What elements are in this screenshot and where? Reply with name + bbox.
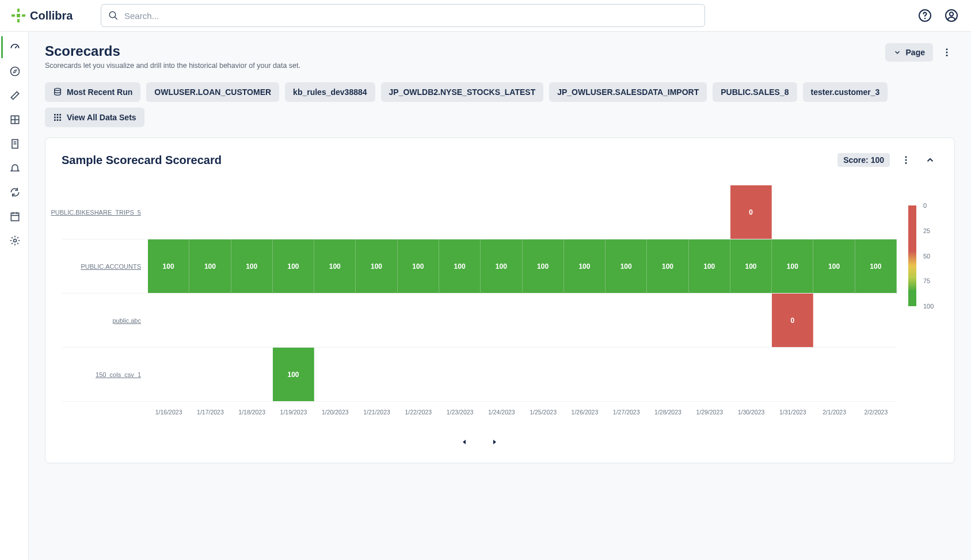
heatmap-cell[interactable]: 100 [855, 239, 897, 294]
heatmap-cell[interactable] [439, 348, 481, 402]
heatmap-cell[interactable]: 100 [148, 239, 189, 294]
heatmap-cell[interactable]: 100 [564, 239, 606, 294]
heatmap-cell[interactable] [689, 348, 730, 402]
heatmap-cell[interactable] [273, 185, 314, 239]
heatmap-cell[interactable] [189, 294, 231, 348]
heatmap-cell[interactable] [231, 294, 273, 348]
heatmap-cell[interactable] [481, 348, 522, 402]
chip-dataset[interactable]: JP_OWLUSER.SALESDATA_IMPORT [549, 82, 707, 102]
heatmap-cell[interactable] [523, 348, 564, 402]
chip-dataset[interactable]: PUBLIC.SALES_8 [713, 82, 797, 102]
sidebar-item-grid[interactable] [1, 109, 28, 131]
sidebar-item-schedule[interactable] [1, 205, 28, 227]
heatmap-cell[interactable]: 100 [231, 239, 273, 294]
heatmap-cell[interactable] [148, 185, 189, 239]
heatmap-cell[interactable] [481, 185, 522, 239]
heatmap-cell[interactable] [772, 185, 813, 239]
search-input[interactable] [124, 11, 698, 21]
heatmap-cell[interactable] [231, 348, 273, 402]
heatmap-cell[interactable]: 100 [689, 239, 730, 294]
heatmap-cell[interactable] [689, 294, 730, 348]
heatmap-cell[interactable]: 100 [273, 348, 314, 402]
heatmap-cell[interactable]: 100 [730, 239, 772, 294]
chip-dataset[interactable]: kb_rules_dev38884 [285, 82, 375, 102]
sidebar-item-rules[interactable] [1, 85, 28, 106]
heatmap-row-label[interactable]: PUBLIC.ACCOUNTS [62, 239, 148, 294]
heatmap-cell[interactable] [356, 348, 397, 402]
sidebar-item-alerts[interactable] [1, 157, 28, 179]
heatmap-cell[interactable] [647, 348, 688, 402]
heatmap-row-label[interactable]: public.abc [62, 294, 148, 348]
card-more-button[interactable] [898, 152, 914, 168]
heatmap-cell[interactable]: 100 [439, 239, 481, 294]
chip-most-recent-run[interactable]: Most Recent Run [45, 82, 140, 102]
account-button[interactable] [943, 7, 959, 24]
pager-prev[interactable] [461, 439, 468, 445]
sidebar-item-dashboard[interactable] [1, 36, 28, 58]
heatmap-cell[interactable] [273, 294, 314, 348]
heatmap-cell[interactable] [398, 348, 439, 402]
heatmap-cell[interactable] [647, 185, 688, 239]
chip-dataset[interactable]: OWLUSER.LOAN_CUSTOMER [146, 82, 279, 102]
heatmap-cell[interactable] [606, 348, 647, 402]
sidebar-item-report[interactable] [1, 133, 28, 155]
heatmap-cell[interactable] [813, 185, 855, 239]
heatmap-cell[interactable]: 100 [813, 239, 855, 294]
heatmap-cell[interactable]: 100 [647, 239, 688, 294]
heatmap-cell[interactable]: 100 [273, 239, 314, 294]
heatmap-cell[interactable] [730, 294, 772, 348]
heatmap-cell[interactable]: 0 [730, 185, 772, 239]
heatmap-cell[interactable] [356, 294, 397, 348]
heatmap-cell[interactable] [855, 185, 897, 239]
card-collapse-button[interactable] [922, 152, 938, 168]
heatmap-cell[interactable]: 100 [398, 239, 439, 294]
heatmap-cell[interactable] [647, 294, 688, 348]
heatmap-cell[interactable] [314, 294, 356, 348]
heatmap-cell[interactable] [481, 294, 522, 348]
heatmap-cell[interactable]: 100 [189, 239, 231, 294]
heatmap-cell[interactable]: 100 [314, 239, 356, 294]
heatmap-cell[interactable] [439, 185, 481, 239]
heatmap-row-label[interactable]: PUBLIC.BIKESHARE_TRIPS_5 [62, 185, 148, 239]
heatmap-cell[interactable] [398, 185, 439, 239]
heatmap-cell[interactable] [314, 348, 356, 402]
heatmap-cell[interactable] [772, 348, 813, 402]
heatmap-cell[interactable] [855, 294, 897, 348]
sidebar-item-sync[interactable] [1, 181, 28, 203]
heatmap-cell[interactable] [813, 294, 855, 348]
heatmap-cell[interactable] [564, 294, 606, 348]
heatmap-cell[interactable] [148, 348, 189, 402]
heatmap-cell[interactable] [356, 185, 397, 239]
heatmap-row-label[interactable]: 150_cols_csv_1 [62, 348, 148, 402]
heatmap-cell[interactable] [730, 348, 772, 402]
global-search[interactable] [101, 4, 705, 27]
chip-view-all-datasets[interactable]: View All Data Sets [45, 108, 144, 127]
heatmap-cell[interactable] [189, 348, 231, 402]
heatmap-cell[interactable] [231, 185, 273, 239]
sidebar-item-settings[interactable] [1, 230, 28, 252]
page-more-button[interactable] [939, 44, 955, 60]
heatmap-cell[interactable] [813, 348, 855, 402]
heatmap-cell[interactable] [439, 294, 481, 348]
chip-dataset[interactable]: tester.customer_3 [803, 82, 888, 102]
page-dropdown-button[interactable]: Page [885, 43, 933, 62]
heatmap-cell[interactable]: 100 [481, 239, 522, 294]
chip-dataset[interactable]: JP_OWLDB2.NYSE_STOCKS_LATEST [381, 82, 544, 102]
brand-logo[interactable]: Collibra [12, 9, 101, 22]
heatmap-cell[interactable]: 100 [356, 239, 397, 294]
heatmap-cell[interactable] [148, 294, 189, 348]
heatmap-cell[interactable]: 100 [523, 239, 564, 294]
heatmap-cell[interactable] [564, 348, 606, 402]
sidebar-item-explore[interactable] [1, 60, 28, 82]
heatmap-cell[interactable]: 100 [772, 239, 813, 294]
heatmap-cell[interactable] [689, 185, 730, 239]
heatmap-cell[interactable] [314, 185, 356, 239]
heatmap-cell[interactable] [855, 348, 897, 402]
heatmap-cell[interactable] [398, 294, 439, 348]
heatmap-cell[interactable]: 100 [606, 239, 647, 294]
heatmap-cell[interactable] [189, 185, 231, 239]
pager-next[interactable] [491, 439, 498, 445]
heatmap-cell[interactable] [606, 185, 647, 239]
help-button[interactable] [917, 7, 933, 24]
heatmap-cell[interactable] [523, 294, 564, 348]
